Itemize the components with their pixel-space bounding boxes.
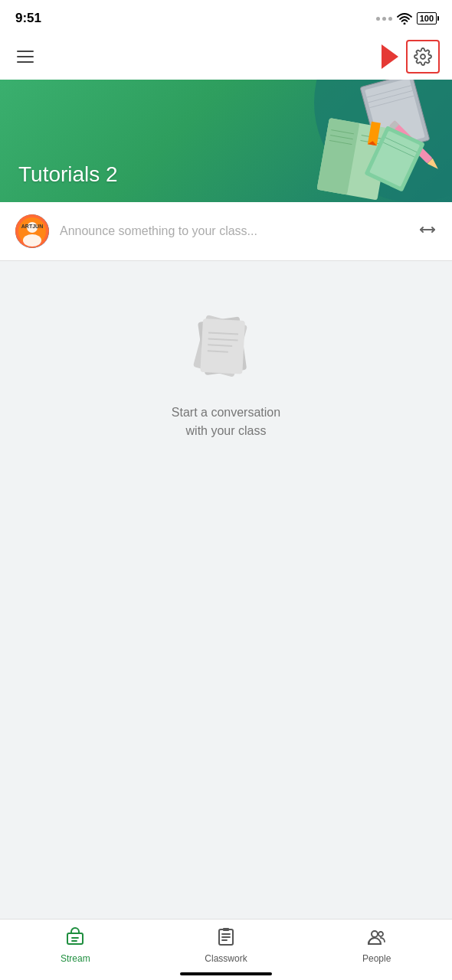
app-bar: [0, 34, 452, 80]
home-indicator: [180, 972, 272, 975]
empty-state-line1: Start a conversation: [172, 403, 280, 422]
book-decorations: [237, 80, 452, 202]
svg-line-40: [208, 351, 228, 351]
annotation-arrow: [382, 44, 398, 69]
nav-item-people[interactable]: People: [301, 927, 452, 964]
signal-icon: [376, 17, 392, 21]
avatar-image: ARTJUN: [15, 214, 49, 248]
nav-item-stream[interactable]: Stream: [0, 927, 151, 964]
svg-point-49: [372, 931, 378, 937]
menu-button[interactable]: [12, 46, 38, 67]
avatar: ARTJUN: [15, 214, 49, 248]
empty-state: Start a conversation with your class: [0, 261, 452, 471]
stream-icon: [65, 927, 85, 950]
class-title: Tutorials 2: [18, 162, 118, 187]
people-icon: [367, 927, 387, 950]
svg-text:ARTJUN: ARTJUN: [21, 224, 43, 229]
battery-indicator: 100: [417, 12, 437, 24]
nav-item-classwork[interactable]: Classwork: [151, 927, 302, 964]
settings-area: [382, 40, 440, 74]
announce-card[interactable]: ARTJUN Announce something to your class.…: [0, 202, 452, 261]
hamburger-line-2: [17, 56, 34, 57]
transfer-icon[interactable]: [418, 220, 437, 243]
hamburger-line-3: [17, 61, 34, 63]
svg-point-26: [23, 234, 41, 247]
svg-rect-48: [223, 928, 229, 931]
classwork-icon: [216, 927, 236, 950]
bottom-nav: Stream Classwork People: [0, 919, 452, 980]
svg-point-50: [378, 932, 383, 936]
hamburger-line-1: [17, 51, 34, 52]
settings-button[interactable]: [406, 40, 440, 74]
wifi-icon: [397, 13, 412, 24]
status-icons: 100: [376, 12, 437, 24]
stream-label: Stream: [61, 953, 90, 964]
empty-state-line2: with your class: [172, 422, 280, 440]
classwork-label: Classwork: [205, 953, 247, 964]
empty-state-text: Start a conversation with your class: [172, 403, 280, 440]
class-banner[interactable]: Tutorials 2: [0, 80, 452, 202]
svg-rect-41: [67, 933, 83, 944]
empty-state-icon: [184, 307, 268, 391]
announce-placeholder[interactable]: Announce something to your class...: [60, 224, 408, 238]
status-time: 9:51: [15, 11, 41, 26]
status-bar: 9:51 100: [0, 0, 452, 34]
gear-icon: [414, 47, 432, 66]
people-label: People: [362, 953, 391, 964]
